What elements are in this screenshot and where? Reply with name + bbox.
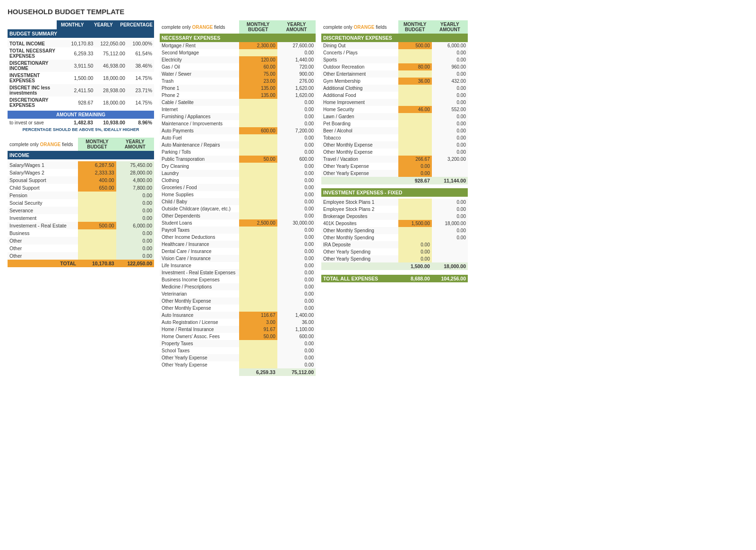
necessary-row: Auto Insurance 116.67 1,400.00 (160, 312, 316, 319)
invest-row: 401K Deposites 1,500.00 18,000.00 (321, 220, 468, 227)
discretionary-column: complete only ORANGE fields MONTHLY BUDG… (321, 20, 468, 282)
disc-row: Additional Food 0.00 (321, 92, 468, 99)
summary-row: TOTAL INCOME 10,170.83 122,050.00 100.00… (8, 40, 154, 47)
necessary-total-yearly: 75,112.00 (277, 368, 316, 376)
income-row: Investement - Real Estate 500.00 6,000.0… (8, 222, 154, 229)
discretionary-header: DISCRETIONARY EXPENSES (321, 34, 468, 42)
necessary-row: Parking / Tolls 0.00 (160, 148, 316, 156)
necessary-row: Phone 1 135.00 1,620.00 (160, 85, 316, 92)
necessary-row: Veterinarian 0.00 (160, 290, 316, 297)
necessary-row: Payroll Taxes 0.00 (160, 227, 316, 234)
summary-row: DISCRET INC less investments 2,411.50 28… (8, 84, 154, 96)
disc-row: Beer / Alcohol 0.00 (321, 127, 468, 134)
invest-total-yearly: 18,000.00 (432, 262, 468, 270)
disc-row: Other Yearly Expense 0.00 (321, 163, 468, 170)
necessary-row: Vision Care / Insurance 0.00 (160, 255, 316, 262)
disc-total-monthly: 928.67 (398, 177, 432, 184)
necessary-row: Child / Baby 0.00 (160, 198, 316, 205)
necessary-row: Life Insurance 0.00 (160, 262, 316, 269)
disc-total-row: 928.67 11,144.00 (321, 177, 468, 184)
disc-row: Travel / Vacation 266.67 3,200.00 (321, 156, 468, 163)
disc-row: Pet Boarding 0.00 (321, 120, 468, 127)
summary-row: TOTAL NECESSARY EXPENSES 6,259.33 75,112… (8, 47, 154, 60)
necessary-row: Second Mortgage 0.00 (160, 49, 316, 56)
disc-row: Home Security 46.00 552.00 (321, 106, 468, 113)
income-row: Other 0.00 (8, 252, 154, 260)
disc-row: Other Monthly Expense 0.00 (321, 141, 468, 148)
income-row: Pension 0.00 (8, 192, 154, 199)
necessary-row: Gas / Oil 60.00 720.00 (160, 63, 316, 70)
disc-row: Other Monthly Expense 0.00 (321, 148, 468, 156)
income-total-row: TOTAL 10,170.83 122,050.00 (8, 260, 154, 267)
necessary-row: Maintenance / Improvements 0.00 (160, 120, 316, 127)
necessary-row: Auto Maintenance / Repairs 0.00 (160, 141, 316, 148)
necessary-row: Clothing 0.00 (160, 177, 316, 184)
necessary-row: Other Yearly Expense 0.00 (160, 354, 316, 361)
disc-row: Other Entertainment 0.00 (321, 70, 468, 78)
necessary-row: Other Yearly Expense 0.00 (160, 361, 316, 368)
necessary-row: Cable / Satelite 0.00 (160, 99, 316, 106)
remaining-yearly: 10,938.00 (95, 119, 127, 126)
necessary-row: Other Income Deductions 0.00 (160, 234, 316, 241)
disc-row: Dining Out 500.00 6,000.00 (321, 42, 468, 49)
budget-summary-header: BUDGET SUMMARY (8, 29, 154, 38)
income-total-label: TOTAL (8, 260, 78, 267)
necessary-row: Internet 0.00 (160, 106, 316, 113)
disc-row: Outdoor Recreation 80.00 960.00 (321, 63, 468, 70)
necessary-row: Trash 23.00 276.00 (160, 78, 316, 85)
summary-row: DISCRETIONARY EXPENSES 928.67 18,000.00 … (8, 96, 154, 109)
investment-header: INVESTMENT EXPENSES - FIXED (321, 188, 468, 197)
necessary-row: Dental Care / Insurance 0.00 (160, 248, 316, 255)
necessary-expenses-column: complete only ORANGE fields MONTHLY BUDG… (160, 20, 316, 376)
disc-row: Gym Membership 36.00 432.00 (321, 78, 468, 85)
necessary-row: Groceries / Food 0.00 (160, 184, 316, 191)
complete-orange-label: complete only ORANGE fields (8, 138, 78, 151)
necessary-row: Dry Cleaning 0.00 (160, 163, 316, 170)
necessary-row: School Taxes 0.00 (160, 347, 316, 354)
income-row: Other 0.00 (8, 237, 154, 244)
col3-monthly-header: MONTHLY BUDGET (398, 20, 432, 34)
necessary-row: Other Monthly Expense 0.00 (160, 305, 316, 312)
income-row: Social Security 0.00 (8, 199, 154, 207)
total-all-yearly: 104,256.00 (432, 275, 468, 282)
income-monthly-budget-header: MONTHLY BUDGET (78, 138, 116, 151)
to-invest-label: to invest or save (8, 119, 63, 126)
total-all-monthly: 8,688.00 (398, 275, 432, 282)
necessary-row: Phone 2 135.00 1,620.00 (160, 92, 316, 99)
total-all-row: TOTAL ALL EXPENSES 8,688.00 104,256.00 (321, 275, 468, 282)
income-row: Spousal Support 400.00 4,800.00 (8, 176, 154, 184)
necessary-row: Healthcare / Insurance 0.00 (160, 241, 316, 248)
income-row: Salary/Wages 1 6,287.50 75,450.00 (8, 161, 154, 169)
necessary-row: Auto Payments 600.00 7,200.00 (160, 127, 316, 134)
income-yearly-amount-header: YEARLY AMOUNT (116, 138, 154, 151)
necessary-row: Water / Sewer 75.00 900.00 (160, 70, 316, 78)
col1-monthly-header: MONTHLY (57, 20, 88, 29)
necessary-row: Investment - Real Estate Expenses 0.00 (160, 269, 316, 276)
disc-row: Lawn / Garden 0.00 (321, 113, 468, 120)
necessary-row: Outside Childcare (daycare, etc.) 0.00 (160, 205, 316, 212)
col3-yearly-header: YEARLY AMOUNT (432, 20, 468, 34)
necessary-row: Home / Rental Insurance 91.67 1,100.00 (160, 326, 316, 333)
income-row: Investement 0.00 (8, 214, 154, 222)
income-row: Salary/Wages 2 2,333.33 28,000.00 (8, 169, 154, 176)
disc-row: Home Improvement 0.00 (321, 99, 468, 106)
pct-note: PERCENTAGE SHOULD BE ABOVE 5%, IDEALLY H… (8, 126, 154, 133)
invest-row: Other Yearly Spending 0.00 (321, 248, 468, 255)
necessary-row: Medicine / Prescriptions 0.00 (160, 283, 316, 290)
invest-row: Employee Stock Plans 1 0.00 (321, 199, 468, 206)
disc-row: Additional Clothing 0.00 (321, 85, 468, 92)
necessary-row: Auto Fuel 0.00 (160, 134, 316, 141)
necessary-row: Auto Registration / License 3.00 36.00 (160, 319, 316, 326)
disc-row: Sports 0.00 (321, 56, 468, 63)
summary-row: INVESTMENT EXPENSES 1,500.00 18,000.00 1… (8, 72, 154, 84)
col1-pct-header: PERCENTAGE (119, 20, 154, 29)
col2-complete-label: complete only ORANGE fields (160, 20, 239, 34)
necessary-row: Property Taxes 0.00 (160, 340, 316, 347)
necessary-row: Other Monthly Expense 0.00 (160, 297, 316, 305)
income-header: INCOME (8, 151, 154, 159)
col2-monthly-header: MONTHLY BUDGET (239, 20, 277, 34)
necessary-total-monthly: 6,259.33 (239, 368, 277, 376)
summary-row: DISCRETIONARY INCOME 3,911.50 46,938.00 … (8, 60, 154, 72)
necessary-row: Other Dependents 0.00 (160, 212, 316, 219)
necessary-row: Home Owners' Assoc. Fees 50.00 600.00 (160, 333, 316, 340)
